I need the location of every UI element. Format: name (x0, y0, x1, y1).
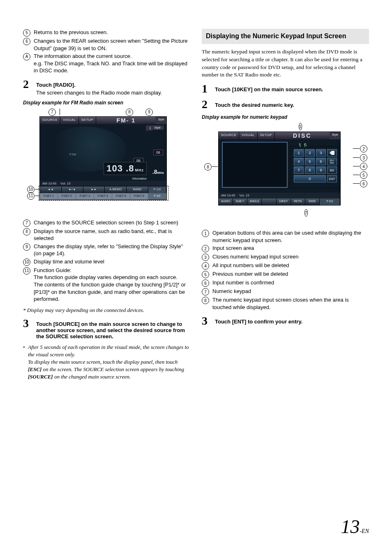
callout-marker: 11 (23, 267, 30, 275)
return-button[interactable]: RETN (291, 199, 305, 205)
note: After 5 seconds of each operation in the… (23, 344, 190, 381)
key-4[interactable]: 4 (294, 158, 304, 165)
wide-button[interactable]: WIDE (305, 199, 320, 205)
key-close[interactable] (327, 149, 337, 157)
callout-text: Function Guide: The function guide displ… (34, 267, 190, 303)
callout-text: Displays the source name, such as radio … (34, 228, 190, 242)
page-indicator[interactable]: P 1/2 (148, 187, 166, 193)
list-item: 1Operation buttons of this area can be u… (202, 229, 369, 244)
callout-marker: 2 (202, 245, 209, 252)
playpause-button[interactable]: ►/◄ (62, 187, 83, 193)
audio-button[interactable]: AUDIO (219, 199, 233, 205)
source-button[interactable]: SOURCE (40, 117, 60, 124)
source-button[interactable]: SOURCE (219, 132, 239, 139)
callout-marker: 8 (204, 163, 212, 171)
visual-button[interactable]: VISUAL (60, 117, 78, 124)
callout-marker: 11 (27, 192, 35, 200)
band-button[interactable]: BAND (127, 187, 148, 193)
preset-row: P.SET 1 P.SET 2 P.SET 3 P.SET 4 P.SET 5 … (40, 193, 166, 200)
callout-text: Input screen area (212, 245, 254, 252)
key-8[interactable]: 8 (305, 166, 315, 174)
step-text: Touch [SOURCE] on the main source screen… (36, 318, 190, 339)
key-bs[interactable]: BS (327, 166, 337, 174)
key-7[interactable]: 7 (294, 166, 304, 174)
preset-button[interactable]: P.SET 2 (58, 193, 76, 200)
callout-marker: 9 (145, 108, 153, 116)
step-text: Touch the desired numeric key. (215, 99, 369, 108)
footnote: * Display may vary depending on the conn… (23, 307, 190, 314)
source-title: FM- 1 (96, 117, 156, 124)
angle-button[interactable]: ANGLE (247, 199, 262, 205)
callout-marker: 9 (23, 243, 30, 251)
volume-level: Vol. 15 (60, 182, 70, 186)
callout-marker: 5 (23, 29, 30, 37)
page-indicator[interactable]: P 2/2 (320, 199, 340, 205)
list-item: 8Displays the source name, such as radio… (23, 228, 190, 242)
step-number: 3 (202, 315, 211, 327)
callout-marker: 6 (360, 180, 367, 187)
preset-button[interactable]: P.SET 4 (94, 193, 112, 200)
style-button[interactable]: Style (156, 117, 166, 124)
callout-marker: 8 (202, 297, 209, 304)
prev-track-button[interactable]: ◄◄ (40, 187, 62, 193)
preset-button[interactable]: P.SET 6 (130, 193, 148, 200)
key-0[interactable]: 0 (294, 175, 326, 182)
frequency-display: 103 .8MHz (104, 162, 147, 175)
callout-list-right: 1Operation buttons of this area can be u… (202, 229, 369, 311)
step-2-right: 2 Touch the desired numeric key. (202, 99, 369, 110)
information-label: Information (132, 177, 147, 180)
figure-caption-fm: Display example for FM Radio main screen (23, 100, 190, 106)
callout-list-1: 5Returns to the previous screen. 6Change… (23, 29, 190, 74)
subtitle-button[interactable]: SUB T. (233, 199, 247, 205)
key-ent[interactable]: ENT (327, 175, 337, 182)
preset-button[interactable]: P.SET 3 (76, 193, 94, 200)
key-3[interactable]: 3 (316, 149, 326, 157)
disc-figure: 1 2 3 4 5 6 7 8 SOURCE VISUAL SETUP DISC… (204, 123, 369, 222)
callout-marker: A (23, 53, 30, 60)
list-item: 3Closes numeric keypad input screen (202, 253, 369, 261)
next-track-button[interactable]: ►► (83, 187, 105, 193)
callout-text: All input numbers will be deleted (212, 262, 289, 269)
preset-page-indicator[interactable]: P 2/2 (148, 193, 166, 200)
key-all-del[interactable]: ALL DEL (327, 158, 337, 165)
step-2: 2 Touch [RADIO]. The screen changes to t… (23, 78, 190, 96)
step-1: 1 Touch [10KEY] on the main source scree… (202, 83, 369, 95)
visual-button[interactable]: VISUAL (239, 132, 257, 139)
style-pill[interactable]: Style (151, 125, 164, 130)
numeric-keypad: 1 2 3 4 5 6 ALL DEL 7 8 9 BS 0 ENT (294, 149, 337, 182)
list-item: 10Display time and volume level (23, 258, 190, 266)
callout-text: Closes numeric keypad input screen (212, 253, 299, 261)
function-guide-row: AUDIO SUB T. ANGLE 10KEY RETN WIDE P 2/2 (219, 199, 340, 205)
list-item: 11Function Guide: The function guide dis… (23, 267, 190, 303)
clock: AM 10:45 (221, 194, 235, 198)
preset-button[interactable]: P.SET 1 (40, 193, 58, 200)
tenkey-button[interactable]: 10KEY (277, 199, 291, 205)
amemo-button[interactable]: A.MEMO (105, 187, 127, 193)
function-guide-row: ◄◄ ►/◄ ►► A.MEMO BAND P 1/2 (40, 187, 166, 193)
callout-text: The numeric keypad input screen closes w… (212, 296, 369, 311)
step-3: 3 Touch [SOURCE] on the main source scre… (23, 318, 190, 339)
key-1[interactable]: 1 (294, 149, 304, 157)
list-item: AThe information about the current sourc… (23, 53, 190, 74)
step-number: 1 (202, 83, 211, 95)
setup-button[interactable]: SETUP (258, 132, 275, 139)
page-number: 13-EN (341, 516, 369, 538)
input-screen-area[interactable] (222, 142, 288, 188)
list-item: 8The numeric keypad input screen closes … (202, 296, 369, 311)
callout-text: Returns to the previous screen. (34, 29, 108, 36)
list-item: 7Changes to the SOURCE selection screen … (23, 219, 190, 227)
spacer-button (262, 199, 276, 205)
list-item: 7Numeric keypad (202, 288, 369, 295)
callout-marker: 10 (23, 259, 30, 266)
volume-level: Vol. 15 (239, 194, 249, 198)
setup-button[interactable]: SETUP (79, 117, 96, 124)
preset-button[interactable]: P.SET 5 (112, 193, 130, 200)
step-text: Touch [RADIO]. The screen changes to the… (36, 78, 190, 96)
key-9[interactable]: 9 (316, 166, 326, 174)
callout-text: Previous number will be deleted (212, 270, 288, 278)
key-2[interactable]: 2 (305, 149, 315, 157)
style-button[interactable]: Style (330, 132, 340, 139)
key-5[interactable]: 5 (305, 158, 315, 165)
key-6[interactable]: 6 (316, 158, 326, 165)
callout-text: Changes the display style, refer to "Sel… (34, 243, 190, 257)
